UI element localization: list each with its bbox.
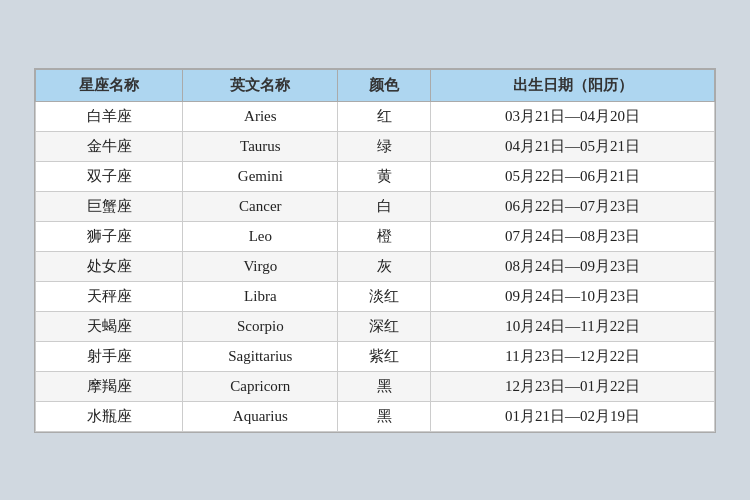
table-cell-5-3: 08月24日—09月23日	[431, 251, 715, 281]
table-row: 白羊座Aries红03月21日—04月20日	[36, 101, 715, 131]
table-cell-0-3: 03月21日—04月20日	[431, 101, 715, 131]
table-cell-8-2: 紫红	[338, 341, 431, 371]
table-header-2: 颜色	[338, 69, 431, 101]
table-cell-7-3: 10月24日—11月22日	[431, 311, 715, 341]
table-row: 天蝎座Scorpio深红10月24日—11月22日	[36, 311, 715, 341]
table-cell-2-1: Gemini	[183, 161, 338, 191]
table-cell-5-2: 灰	[338, 251, 431, 281]
table-row: 射手座Sagittarius紫红11月23日—12月22日	[36, 341, 715, 371]
table-cell-5-0: 处女座	[36, 251, 183, 281]
table-cell-3-3: 06月22日—07月23日	[431, 191, 715, 221]
table-header-0: 星座名称	[36, 69, 183, 101]
table-cell-1-1: Taurus	[183, 131, 338, 161]
table-cell-2-3: 05月22日—06月21日	[431, 161, 715, 191]
table-cell-5-1: Virgo	[183, 251, 338, 281]
table-row: 水瓶座Aquarius黑01月21日—02月19日	[36, 401, 715, 431]
table-cell-9-1: Capricorn	[183, 371, 338, 401]
table-cell-8-1: Sagittarius	[183, 341, 338, 371]
table-cell-0-2: 红	[338, 101, 431, 131]
table-cell-1-2: 绿	[338, 131, 431, 161]
table-cell-8-0: 射手座	[36, 341, 183, 371]
table-header-row: 星座名称英文名称颜色出生日期（阳历）	[36, 69, 715, 101]
table-cell-4-3: 07月24日—08月23日	[431, 221, 715, 251]
table-cell-9-2: 黑	[338, 371, 431, 401]
table-cell-10-3: 01月21日—02月19日	[431, 401, 715, 431]
table-row: 双子座Gemini黄05月22日—06月21日	[36, 161, 715, 191]
table-cell-0-0: 白羊座	[36, 101, 183, 131]
table-cell-3-1: Cancer	[183, 191, 338, 221]
table-header-1: 英文名称	[183, 69, 338, 101]
table-cell-7-2: 深红	[338, 311, 431, 341]
zodiac-table-wrapper: 星座名称英文名称颜色出生日期（阳历） 白羊座Aries红03月21日—04月20…	[34, 68, 716, 433]
table-cell-9-3: 12月23日—01月22日	[431, 371, 715, 401]
table-header-3: 出生日期（阳历）	[431, 69, 715, 101]
table-cell-4-1: Leo	[183, 221, 338, 251]
table-cell-10-1: Aquarius	[183, 401, 338, 431]
table-cell-3-0: 巨蟹座	[36, 191, 183, 221]
table-cell-6-2: 淡红	[338, 281, 431, 311]
table-cell-6-1: Libra	[183, 281, 338, 311]
table-row: 金牛座Taurus绿04月21日—05月21日	[36, 131, 715, 161]
table-cell-0-1: Aries	[183, 101, 338, 131]
table-cell-8-3: 11月23日—12月22日	[431, 341, 715, 371]
table-row: 摩羯座Capricorn黑12月23日—01月22日	[36, 371, 715, 401]
table-body: 白羊座Aries红03月21日—04月20日金牛座Taurus绿04月21日—0…	[36, 101, 715, 431]
table-cell-1-3: 04月21日—05月21日	[431, 131, 715, 161]
table-row: 天秤座Libra淡红09月24日—10月23日	[36, 281, 715, 311]
table-cell-7-1: Scorpio	[183, 311, 338, 341]
zodiac-table: 星座名称英文名称颜色出生日期（阳历） 白羊座Aries红03月21日—04月20…	[35, 69, 715, 432]
table-cell-10-2: 黑	[338, 401, 431, 431]
table-cell-3-2: 白	[338, 191, 431, 221]
table-cell-6-0: 天秤座	[36, 281, 183, 311]
table-cell-2-2: 黄	[338, 161, 431, 191]
table-row: 巨蟹座Cancer白06月22日—07月23日	[36, 191, 715, 221]
table-cell-10-0: 水瓶座	[36, 401, 183, 431]
table-cell-7-0: 天蝎座	[36, 311, 183, 341]
table-cell-4-0: 狮子座	[36, 221, 183, 251]
table-cell-2-0: 双子座	[36, 161, 183, 191]
table-row: 狮子座Leo橙07月24日—08月23日	[36, 221, 715, 251]
table-cell-4-2: 橙	[338, 221, 431, 251]
table-row: 处女座Virgo灰08月24日—09月23日	[36, 251, 715, 281]
table-cell-9-0: 摩羯座	[36, 371, 183, 401]
table-cell-1-0: 金牛座	[36, 131, 183, 161]
table-cell-6-3: 09月24日—10月23日	[431, 281, 715, 311]
